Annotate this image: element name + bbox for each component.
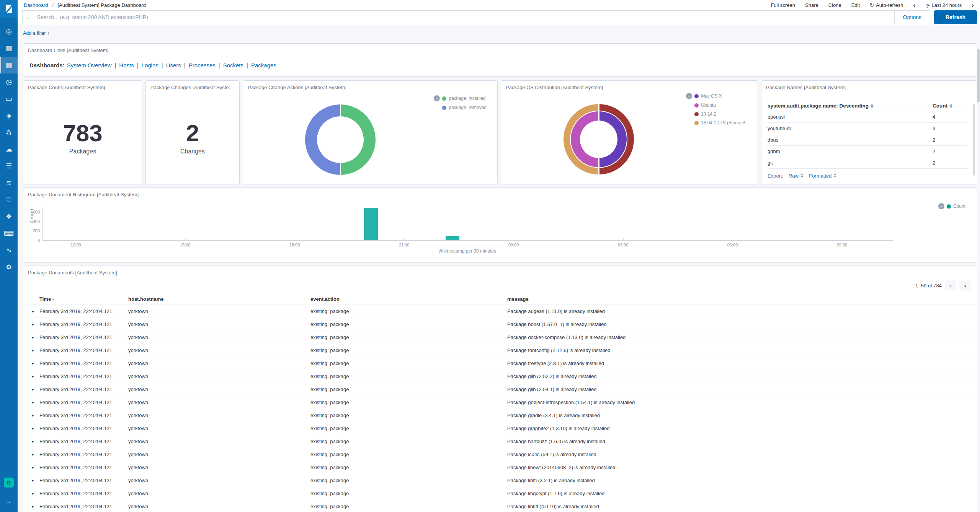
expand-row-icon[interactable]: ▸ [26,465,39,470]
table-row[interactable]: openssl4 [768,111,967,123]
graph-icon: ❖ [6,213,12,220]
legend-toggle-icon[interactable]: › [434,95,440,101]
legend-label[interactable]: Ubuntu [701,103,716,108]
dashboard-link-sockets[interactable]: Sockets [223,62,243,68]
breadcrumb-dashboard-link[interactable]: Dashboard [24,2,48,8]
expand-row-icon[interactable]: ▸ [26,439,39,444]
message-cell: Package docker-compose (1.13.0) is alrea… [507,334,974,340]
column-header-time[interactable]: Time▾ [39,296,128,302]
x-tick-label: 15:00 [180,243,191,247]
time-picker-button[interactable]: ◷ Last 24 hours [925,2,962,8]
search-input[interactable]: ›_ Search... (e.g. status:200 AND extens… [22,10,894,24]
sidebar-item-graph[interactable]: ❖ [0,208,18,225]
time-cell: February 3rd 2019, 22:40:04.121 [39,360,128,366]
sidebar-item-machine-learning[interactable]: ⁂ [0,124,18,141]
expand-row-icon[interactable]: ▸ [26,322,39,327]
legend-label[interactable]: package_installed [449,96,485,101]
legend-label[interactable]: 10.14.2 [701,111,716,117]
sidebar-item-visualize[interactable]: ▥ [0,40,18,57]
sidebar-item-management[interactable]: ⚙ [0,259,18,276]
menu-edit[interactable]: Edit [851,2,860,8]
kibana-logo[interactable] [0,0,18,18]
export-formatted-link[interactable]: Formatted ↧ [809,173,837,179]
expand-row-icon[interactable]: ▸ [26,478,39,483]
dashboard-link-hosts[interactable]: Hosts [119,62,134,68]
expand-row-icon[interactable]: ▸ [26,491,39,496]
sidebar-item-dashboard[interactable]: ▦ [0,57,18,73]
sidebar-item-canvas[interactable]: ▭ [0,90,18,107]
time-back-button[interactable]: ‹ [913,2,916,8]
time-cell: February 3rd 2019, 22:40:04.121 [39,321,128,327]
expander-column [26,296,39,302]
dashboard-link-packages[interactable]: Packages [251,62,276,68]
dashboard-link-users[interactable]: Users [166,62,181,68]
dashboard-link-processes[interactable]: Processes [189,62,216,68]
dashboard-link-system-overview[interactable]: System Overview [67,62,112,68]
expand-row-icon[interactable]: ▸ [26,374,39,379]
column-header-host[interactable]: host.hostname [128,296,310,302]
sidebar-item-apm[interactable]: ≋ [0,174,18,191]
menu-clone[interactable]: Clone [828,2,841,8]
auto-refresh-button[interactable]: ↻ Auto-refresh [870,2,903,8]
expand-row-icon[interactable]: ▸ [26,504,39,509]
sidebar-item-discover[interactable]: ◎ [0,23,18,40]
panel-scrollbar[interactable] [973,104,975,176]
next-page-button[interactable]: › [959,280,971,290]
query-bar: ›_ Search... (e.g. status:200 AND extens… [18,10,980,24]
window-scrollbar[interactable] [977,49,980,103]
space-badge[interactable]: D [4,478,14,488]
legend-row: ›package_installed [434,95,487,101]
sidebar-collapse-button[interactable]: → [6,497,12,505]
table-row[interactable]: gdbm2 [768,146,967,157]
column-header-action[interactable]: event.action [310,296,507,302]
histogram-bar[interactable] [364,208,378,240]
x-tick-mark [842,238,842,240]
sidebar-item-dev-tools[interactable]: ⌨ [0,225,18,242]
dashboard-link-logins[interactable]: Logins [142,62,158,68]
column-header-message[interactable]: message [507,296,974,302]
expand-row-icon[interactable]: ▸ [26,309,39,314]
expand-row-icon[interactable]: ▸ [26,335,39,340]
legend-toggle-icon[interactable]: › [686,93,692,99]
package-change-actions-donut[interactable] [305,104,376,175]
expand-row-icon[interactable]: ▸ [26,426,39,431]
sidebar-item-uptime[interactable]: ♡ [0,191,18,208]
sidebar-item-maps[interactable]: ◈ [0,107,18,124]
expand-row-icon[interactable]: ▸ [26,452,39,457]
dashboard-menu: Full screenShareCloneEdit ↻ Auto-refresh… [771,2,974,8]
expand-row-icon[interactable]: ▸ [26,361,39,366]
add-filter-button[interactable]: Add a filter + [23,31,50,36]
column-header-package-name[interactable]: system.audit.package.name: Descending⇅ [768,103,933,109]
previous-page-button[interactable]: ‹ [945,280,956,290]
menu-full-screen[interactable]: Full screen [771,2,795,8]
sidebar-item-infrastructure[interactable]: ☁ [0,141,18,158]
sidebar-item-timelion[interactable]: ◷ [0,73,18,90]
legend-label[interactable]: 18.04.1 LTS (Bionic B... [701,120,749,126]
expand-row-icon[interactable]: ▸ [26,387,39,392]
link-separator: | [137,62,139,68]
search-options-button[interactable]: Options [894,10,930,24]
table-row[interactable]: dbus2 [768,134,967,146]
refresh-button[interactable]: Refresh [934,10,977,24]
donut-hole [317,116,364,163]
legend-label[interactable]: Count [953,204,965,209]
expand-row-icon[interactable]: ▸ [26,413,39,418]
x-tick-mark [76,238,76,240]
time-forward-button[interactable]: › [972,2,974,8]
histogram-bar[interactable] [446,236,459,240]
host-cell: yorktown [128,334,310,340]
column-header-count[interactable]: Count⇅ [933,103,967,109]
count-cell: 2 [933,148,967,154]
export-raw-link[interactable]: Raw ↧ [789,173,804,179]
table-row[interactable]: youtube-dl3 [768,123,967,134]
table-row[interactable]: git2 [768,157,967,169]
expand-row-icon[interactable]: ▸ [26,400,39,405]
sidebar-item-logs[interactable]: ☰ [0,158,18,174]
menu-share[interactable]: Share [805,2,818,8]
package-os-distribution-donut[interactable] [564,104,634,174]
legend-toggle-icon[interactable]: › [938,203,944,209]
expand-row-icon[interactable]: ▸ [26,348,39,353]
sidebar-item-monitoring[interactable]: ∿ [0,242,18,259]
legend-label[interactable]: Mac OS X [701,93,722,99]
legend-label[interactable]: package_removed [449,105,487,110]
